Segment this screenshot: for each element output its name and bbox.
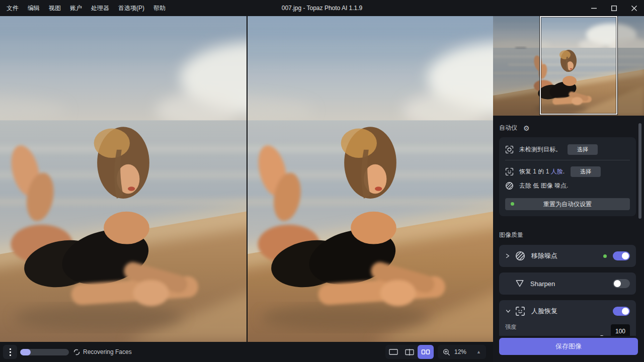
menu-edit[interactable]: 编辑	[23, 0, 44, 16]
menu-view[interactable]: 视图	[44, 0, 65, 16]
detect-select-button[interactable]: 选择	[568, 144, 598, 155]
save-image-button[interactable]: 保存图像	[499, 338, 638, 355]
maximize-icon	[611, 6, 617, 11]
single-view-button[interactable]	[385, 345, 401, 359]
denoise-filter-card: 移除噪点	[499, 245, 636, 267]
zoom-dropdown-icon[interactable]: ▲	[476, 349, 481, 354]
progress-status-label: Recovering Faces	[83, 348, 132, 355]
status-bar: Recovering Faces	[0, 342, 493, 362]
zoom-control[interactable]: 12% ▲	[438, 345, 486, 359]
strength-label: 强度	[505, 323, 605, 331]
sharpen-filter-card: Sharpen	[499, 273, 636, 295]
kebab-icon	[10, 348, 11, 350]
side-by-side-view-button[interactable]	[418, 345, 434, 359]
navigator-viewport-rect[interactable]	[540, 16, 617, 115]
menu-file[interactable]: 文件	[2, 0, 23, 16]
face-count-highlight: 人脸	[551, 168, 563, 175]
navigator-dim-right	[617, 16, 644, 116]
single-view-icon	[389, 349, 398, 355]
face-select-button[interactable]: 选择	[571, 166, 601, 177]
chevron-right-icon[interactable]	[505, 253, 512, 259]
title-bar: 007.jpg - Topaz Photo AI 1.1.9 文件 编辑 视图 …	[0, 0, 644, 16]
comparison-canvas	[0, 16, 493, 342]
reset-autopilot-button[interactable]: 重置为自动仪设置	[505, 198, 630, 210]
denoise-auto-dot	[603, 254, 607, 258]
denoise-toggle[interactable]	[613, 251, 630, 260]
close-button[interactable]	[624, 0, 644, 16]
navigator-dim-left	[493, 16, 540, 116]
panel-scroll-area: 自动仪 ⚙ 未检测到目标。 选择	[493, 116, 644, 336]
sharpen-icon	[515, 279, 524, 288]
minimize-button[interactable]	[584, 0, 604, 16]
side-by-side-view-icon	[421, 349, 430, 355]
menu-bar: 文件 编辑 视图 账户 处理器 首选项(P) 帮助	[0, 0, 170, 16]
window-controls	[584, 0, 644, 16]
before-image	[0, 16, 247, 342]
close-icon	[631, 6, 637, 11]
denoise-label: 移除噪点	[531, 251, 603, 260]
image-quality-header: 图像质量	[499, 231, 636, 239]
after-image	[248, 16, 493, 342]
noise-status-text: 去除 低 图像 噪点.	[519, 182, 568, 190]
menu-help[interactable]: 帮助	[149, 0, 170, 16]
denoise-icon	[515, 251, 525, 261]
split-view-button[interactable]	[401, 345, 418, 359]
sharpen-toggle[interactable]	[613, 279, 630, 288]
zoom-level-value[interactable]: 12%	[454, 348, 476, 355]
autopilot-card: 未检测到目标。 选择 恢复 1 的 1 人脸.	[499, 137, 636, 216]
denoise-card-header[interactable]: 移除噪点	[499, 245, 636, 267]
face-recovery-body: 强度 100 1人脸选择 选择	[499, 322, 636, 336]
more-options-button[interactable]	[3, 345, 17, 359]
spinner-icon	[73, 349, 80, 355]
chevron-down-icon[interactable]	[505, 309, 512, 314]
noise-removal-icon	[505, 182, 514, 190]
navigator-thumbnail[interactable]	[493, 16, 644, 116]
face-detect-icon	[505, 167, 514, 176]
autopilot-noise-row: 去除 低 图像 噪点.	[505, 178, 630, 193]
autopilot-face-row: 恢复 1 的 1 人脸. 选择	[505, 164, 630, 178]
face-recover-text: 恢复 1 的 1 人脸.	[519, 167, 565, 176]
strength-value-field[interactable]: 100	[611, 324, 630, 336]
detect-status-text: 未检测到目标。	[519, 145, 561, 154]
autopilot-detect-row: 未检测到目标。 选择	[505, 142, 630, 156]
topaz-photo-ai-window: 007.jpg - Topaz Photo AI 1.1.9 文件 编辑 视图 …	[0, 0, 644, 362]
sharpen-card-header[interactable]: Sharpen	[499, 273, 636, 295]
subject-detect-icon	[505, 145, 514, 154]
autopilot-header: 自动仪 ⚙	[499, 124, 636, 132]
menu-account[interactable]: 账户	[65, 0, 87, 16]
zoom-magnifier-icon	[443, 348, 450, 356]
view-mode-group	[385, 345, 434, 359]
menu-preferences[interactable]: 首选项(P)	[114, 0, 149, 16]
autopilot-settings-gear-icon[interactable]: ⚙	[523, 124, 530, 132]
progress-bar	[20, 349, 69, 355]
progress-bar-fill	[20, 349, 31, 355]
maximize-button[interactable]	[604, 0, 624, 16]
autopilot-title: 自动仪	[499, 124, 517, 132]
face-recovery-label: 人脸恢复	[531, 307, 613, 316]
green-status-dot	[511, 202, 514, 206]
face-recovery-filter-card: 人脸恢复 强度 100	[499, 300, 636, 336]
autopilot-divider	[505, 160, 630, 160]
after-image-pane[interactable]	[248, 16, 493, 342]
settings-panel: 自动仪 ⚙ 未检测到目标。 选择	[493, 16, 644, 362]
face-recovery-toggle[interactable]	[613, 307, 630, 316]
strength-slider[interactable]	[505, 335, 605, 336]
face-recovery-card-header[interactable]: 人脸恢复	[499, 300, 636, 322]
before-image-pane[interactable]	[0, 16, 247, 342]
minimize-icon	[591, 6, 597, 11]
split-view-icon	[405, 349, 414, 355]
sharpen-label: Sharpen	[530, 280, 613, 288]
face-recovery-icon	[515, 306, 525, 316]
strength-slider-knob[interactable]	[598, 335, 605, 336]
menu-processor[interactable]: 处理器	[87, 0, 114, 16]
panel-scrollbar-thumb[interactable]	[638, 123, 641, 219]
